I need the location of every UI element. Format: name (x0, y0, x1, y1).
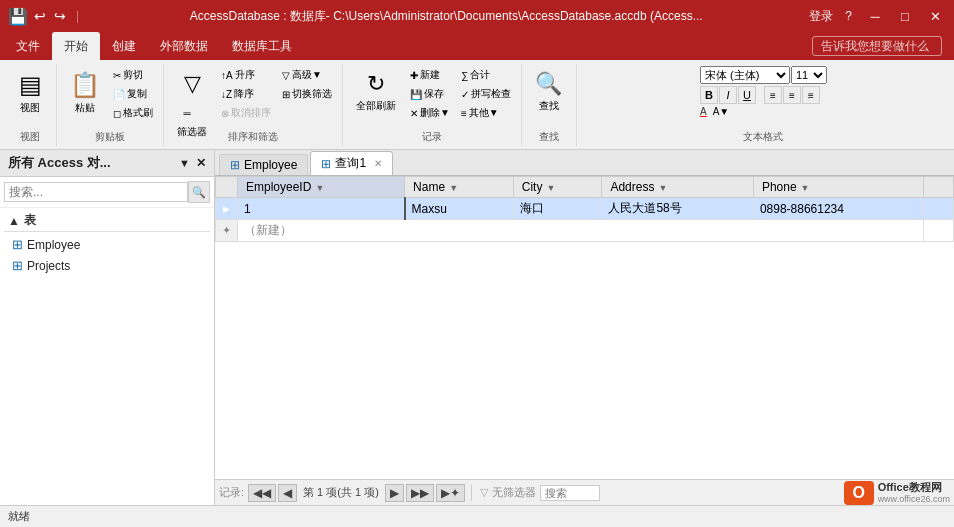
tab-home[interactable]: 开始 (52, 32, 100, 60)
sort-filter-group-label: 排序和筛选 (164, 130, 342, 144)
find-icon: 🔍 (535, 71, 562, 97)
nav-last-btn[interactable]: ▶▶ (406, 484, 434, 502)
login-btn[interactable]: 登录 (809, 8, 833, 25)
table-item-projects[interactable]: ⊞ Projects (4, 255, 210, 276)
save-icon[interactable]: 💾 (8, 7, 28, 26)
save-record-button[interactable]: 💾 保存 (406, 85, 454, 103)
filter-icon: ▽═ (184, 71, 201, 123)
spell-check-button[interactable]: ✓ 拼写检查 (457, 85, 515, 103)
nav-new-btn[interactable]: ▶✦ (436, 484, 465, 502)
undo-btn[interactable]: ↩ (32, 8, 48, 24)
new-row[interactable]: ✦ （新建） (216, 220, 954, 242)
col-header-address[interactable]: Address▼ (602, 177, 753, 198)
cell-employeeid-1[interactable]: 1 (238, 198, 405, 220)
paste-label: 粘贴 (75, 101, 95, 115)
nav-next-btn[interactable]: ▶ (385, 484, 404, 502)
records-btns2: ∑ 合计 ✓ 拼写检查 ≡ 其他▼ (457, 66, 515, 136)
row-selector-header (216, 177, 238, 198)
left-panel-search-input[interactable] (4, 182, 188, 202)
paste-button[interactable]: 📋 粘贴 (63, 66, 107, 120)
left-panel-menu-icon[interactable]: ▼ (179, 157, 190, 169)
asc-sort-button[interactable]: ↑A 升序 (217, 66, 275, 84)
format-painter-button[interactable]: ◻ 格式刷 (109, 104, 157, 122)
spell-check-icon: ✓ (461, 89, 469, 100)
totals-icon: ∑ (461, 70, 468, 81)
toggle-filter-button[interactable]: ⊞ 切换筛选 (278, 85, 336, 103)
ribbon-group-sort-filter: ▽═ 筛选器 ↑A 升序 ↓Z 降序 ⊗ 取消排序 ▽ (164, 64, 343, 146)
nav-filter: ▽ 无筛选器 (471, 485, 600, 501)
restore-btn[interactable]: □ (894, 5, 916, 27)
find-button[interactable]: 🔍 查找 (528, 66, 570, 118)
col-header-name[interactable]: Name▼ (405, 177, 514, 198)
remove-sort-button[interactable]: ⊗ 取消排序 (217, 104, 275, 122)
align-right-button[interactable]: ≡ (802, 86, 820, 104)
cell-name-1[interactable]: Maxsu (405, 198, 514, 220)
view-button[interactable]: ▤ 视图 (10, 66, 50, 120)
align-center-button[interactable]: ≡ (783, 86, 801, 104)
title-bar: 💾 ↩ ↪ | AccessDatabase : 数据库- C:\Users\A… (0, 0, 954, 32)
desc-sort-button[interactable]: ↓Z 降序 (217, 85, 275, 103)
cell-phone-1[interactable]: 0898-88661234 (753, 198, 923, 220)
font-size-select[interactable]: 11 (791, 66, 827, 84)
projects-table-icon: ⊞ (12, 258, 23, 273)
col-header-phone[interactable]: Phone▼ (753, 177, 923, 198)
tab-create[interactable]: 创建 (100, 32, 148, 60)
ribbon-group-find: 🔍 查找 查找 (522, 64, 577, 146)
ribbon-search-input[interactable] (812, 36, 942, 56)
refresh-all-button[interactable]: ↻ 全部刷新 (349, 66, 403, 118)
cell-address-1[interactable]: 人民大道58号 (602, 198, 753, 220)
ribbon-group-records: ↻ 全部刷新 ✚ 新建 💾 保存 ✕ 删除▼ ∑ (343, 64, 522, 146)
toggle-filter-label: 切换筛选 (292, 87, 332, 101)
cut-button[interactable]: ✂ 剪切 (109, 66, 157, 84)
filter-status-label: 无筛选器 (492, 485, 536, 500)
table-item-employee[interactable]: ⊞ Employee (4, 234, 210, 255)
redo-btn[interactable]: ↪ (52, 8, 68, 24)
col-header-city[interactable]: City▼ (513, 177, 602, 198)
app-title: AccessDatabase : 数据库- C:\Users\Administr… (83, 8, 809, 25)
tab-database-tools[interactable]: 数据库工具 (220, 32, 304, 60)
advanced-filter-button[interactable]: ▽ 高级▼ (278, 66, 336, 84)
bold-button[interactable]: B (700, 86, 718, 104)
more-button[interactable]: ≡ 其他▼ (457, 104, 515, 122)
tab-query1-label: 查询1 (335, 155, 366, 172)
close-btn[interactable]: ✕ (924, 5, 946, 27)
italic-button[interactable]: I (719, 86, 737, 104)
left-panel-title: 所有 Access 对... (8, 154, 111, 172)
nav-prev-btn[interactable]: ◀ (278, 484, 297, 502)
status-text: 就绪 (8, 509, 30, 524)
help-btn[interactable]: ? (845, 9, 852, 23)
address-value: 人民大道58号 (608, 201, 681, 215)
tab-file[interactable]: 文件 (4, 32, 52, 60)
remove-sort-label: 取消排序 (231, 106, 271, 120)
table-row[interactable]: ▶ 1 Maxsu 海口 人民大道58号 (216, 198, 954, 220)
desc-sort-icon: ↓Z (221, 89, 232, 100)
totals-button[interactable]: ∑ 合计 (457, 66, 515, 84)
new-record-icon: ✚ (410, 70, 418, 81)
city-value: 海口 (520, 201, 544, 215)
row-selector-new: ✦ (216, 220, 238, 242)
new-record-button[interactable]: ✚ 新建 (406, 66, 454, 84)
paste-icon: 📋 (70, 71, 100, 99)
refresh-all-label: 全部刷新 (356, 99, 396, 113)
tab-external-data[interactable]: 外部数据 (148, 32, 220, 60)
nav-first-btn[interactable]: ◀◀ (248, 484, 276, 502)
tables-expand-icon[interactable]: ▲ (8, 214, 20, 228)
col-header-employeeid[interactable]: EmployeeID▼ (238, 177, 405, 198)
left-panel-close-icon[interactable]: ✕ (196, 156, 206, 170)
ribbon-group-clipboard: 📋 粘贴 ✂ 剪切 📄 复制 ◻ 格式刷 剪贴板 (57, 64, 164, 146)
record-search-input[interactable] (540, 485, 600, 501)
projects-table-label: Projects (27, 259, 70, 273)
cell-city-1[interactable]: 海口 (513, 198, 602, 220)
delete-record-button[interactable]: ✕ 删除▼ (406, 104, 454, 122)
remove-sort-icon: ⊗ (221, 108, 229, 119)
filter-status-icon: ▽ (480, 486, 488, 499)
tab-query1-close[interactable]: ✕ (374, 158, 382, 169)
watermark: O Office教程网 www.office26.com (844, 481, 950, 505)
font-family-select[interactable]: 宋体 (主体) (700, 66, 790, 84)
left-panel-search-button[interactable]: 🔍 (188, 181, 210, 203)
toggle-filter-icon: ⊞ (282, 89, 290, 100)
underline-button[interactable]: U (738, 86, 756, 104)
minimize-btn[interactable]: ─ (864, 5, 886, 27)
align-left-button[interactable]: ≡ (764, 86, 782, 104)
copy-button[interactable]: 📄 复制 (109, 85, 157, 103)
